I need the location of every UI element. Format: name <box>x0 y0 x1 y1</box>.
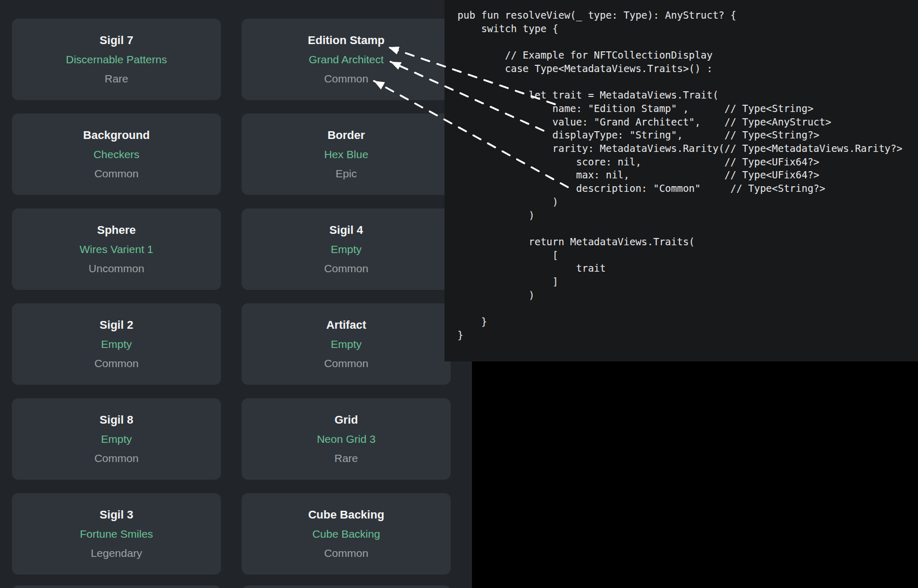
trait-card: Background Checkers Common <box>12 114 221 195</box>
trait-name: Sigil 3 <box>100 505 133 524</box>
trait-card: Sigil 8 Empty Common <box>12 398 221 480</box>
trait-rarity: Common <box>324 354 368 373</box>
trait-value: Hex Blue <box>324 145 368 164</box>
trait-card-partial <box>242 585 451 588</box>
trait-name: Sigil 7 <box>100 31 133 50</box>
trait-name: Cube Backing <box>308 505 384 524</box>
trait-value: Empty <box>101 429 132 449</box>
trait-name: Artifact <box>326 315 366 334</box>
nft-traits-panel: Sigil 7 Discernable Patterns Rare Editio… <box>0 0 472 588</box>
trait-name: Edition Stamp <box>308 31 385 50</box>
cadence-code: pub fun resolveView(_ type: Type): AnySt… <box>444 0 918 342</box>
trait-value: Wires Varient 1 <box>80 240 154 259</box>
trait-value: Fortune Smiles <box>80 524 153 543</box>
trait-rarity: Common <box>324 543 368 563</box>
trait-name: Border <box>327 125 365 145</box>
trait-card: Artifact Empty Common <box>242 303 451 385</box>
trait-rarity: Common <box>94 354 138 373</box>
trait-card: Cube Backing Cube Backing Common <box>242 493 451 575</box>
trait-name: Grid <box>335 410 358 429</box>
trait-card: Sigil 4 Empty Common <box>242 208 451 290</box>
trait-value: Neon Grid 3 <box>317 429 375 449</box>
trait-card-partial <box>12 585 221 588</box>
trait-card: Border Hex Blue Epic <box>242 114 451 195</box>
trait-value: Empty <box>331 334 362 354</box>
trait-value: Empty <box>101 334 132 354</box>
trait-value: Discernable Patterns <box>66 50 167 69</box>
trait-card: Edition Stamp Grand Architect Common <box>242 19 451 100</box>
trait-value: Checkers <box>93 145 140 164</box>
trait-card: Sigil 7 Discernable Patterns Rare <box>12 19 221 100</box>
trait-name: Background <box>83 125 149 145</box>
traits-grid: Sigil 7 Discernable Patterns Rare Editio… <box>12 19 451 575</box>
trait-value: Cube Backing <box>312 524 380 543</box>
trait-card: Grid Neon Grid 3 Rare <box>242 398 451 480</box>
trait-rarity: Common <box>94 164 138 183</box>
trait-name: Sigil 2 <box>100 315 133 334</box>
trait-rarity: Rare <box>105 69 129 88</box>
trait-name: Sigil 8 <box>100 410 133 429</box>
code-panel: pub fun resolveView(_ type: Type): AnySt… <box>444 0 918 361</box>
trait-card: Sphere Wires Varient 1 Uncommon <box>12 208 221 290</box>
trait-name: Sphere <box>97 220 136 240</box>
trait-rarity: Rare <box>335 449 358 468</box>
trait-value: Grand Architect <box>309 50 384 69</box>
trait-name: Sigil 4 <box>329 220 363 240</box>
trait-rarity: Common <box>94 449 138 468</box>
trait-rarity: Common <box>324 69 368 88</box>
trait-value: Empty <box>331 240 362 259</box>
trait-rarity: Epic <box>336 164 357 183</box>
screen: Sigil 7 Discernable Patterns Rare Editio… <box>0 0 918 588</box>
trait-card: Sigil 3 Fortune Smiles Legendary <box>12 493 221 575</box>
trait-rarity: Common <box>324 259 368 278</box>
trait-card: Sigil 2 Empty Common <box>12 303 221 385</box>
trait-rarity: Uncommon <box>89 259 144 278</box>
trait-rarity: Legendary <box>91 543 142 563</box>
